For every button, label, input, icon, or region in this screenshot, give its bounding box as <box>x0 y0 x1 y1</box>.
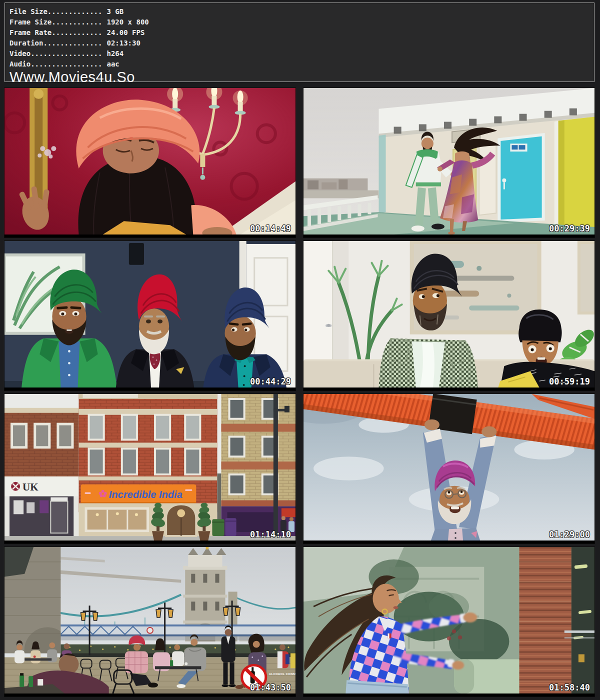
timestamp-overlay: 01:14:10 <box>250 530 291 540</box>
movie-still-3: 00:44:29 <box>4 241 296 390</box>
movie-still-5: UK <box>4 394 296 544</box>
meta-row-file-size: File Size.............3 GB <box>10 6 594 17</box>
screenshots-sheet: File Size.............3 GB Frame Size...… <box>0 0 600 700</box>
meta-row-frame-rate: Frame Rate............24.00 FPS <box>10 28 594 38</box>
timestamp-overlay: 01:29:00 <box>549 530 590 540</box>
still-5-art: UK <box>4 394 296 540</box>
incredible-india-building: Incredible India <box>79 394 218 540</box>
site-watermark: Www.Movies4u.So <box>10 70 594 84</box>
still-6-art <box>304 394 594 540</box>
movie-still-4: 00:59:19 <box>304 241 594 390</box>
alcohol-warning-text: ALCOHOL CONSUMPTION IS INJURIOUS TO HEAL… <box>269 672 296 676</box>
still-8-art <box>304 547 594 694</box>
timestamp-overlay: 01:43:50 <box>250 682 291 692</box>
distant-buildings <box>304 178 379 198</box>
movie-still-2: 00:29:39 <box>304 88 594 238</box>
timestamp-overlay: 01:58:40 <box>549 682 590 692</box>
still-4-art <box>304 241 594 388</box>
meta-row-audio: Audio.................aac <box>10 59 594 70</box>
timestamp-overlay: 00:29:39 <box>549 224 590 234</box>
svg-text:Incredible India: Incredible India <box>109 489 182 500</box>
meta-row-frame-size: Frame Size............1920 x 800 <box>10 17 594 28</box>
right-building <box>221 394 296 536</box>
meta-row-duration: Duration..............02:13:30 <box>10 38 594 48</box>
blurred-brick-pillar <box>519 547 571 694</box>
wheelie-bins <box>212 518 236 536</box>
uk-store-sign: UK <box>22 481 38 493</box>
timestamp-overlay: 00:14:49 <box>250 224 291 234</box>
timestamp-overlay: 00:44:29 <box>250 376 291 386</box>
screenshot-grid: 00:14:49 <box>4 88 594 696</box>
still-2-art <box>304 88 594 234</box>
meta-row-video: Video.................h264 <box>10 48 594 59</box>
incredible-india-sign: Incredible India <box>81 484 196 504</box>
still-3-art <box>4 241 296 388</box>
still-7-art: ALCOHOL CONSUMPTION IS INJURIOUS TO HEAL… <box>4 547 296 694</box>
movie-still-8: 01:58:40 <box>304 547 594 696</box>
media-info-panel: File Size.............3 GB Frame Size...… <box>4 2 594 82</box>
movie-still-7: ALCOHOL CONSUMPTION IS INJURIOUS TO HEAL… <box>4 547 296 696</box>
left-building: UK <box>4 408 79 536</box>
movie-still-1: 00:14:49 <box>4 88 296 238</box>
still-1-art <box>4 88 296 234</box>
movie-still-6: 01:29:00 <box>304 394 594 544</box>
timestamp-overlay: 00:59:19 <box>549 376 590 386</box>
